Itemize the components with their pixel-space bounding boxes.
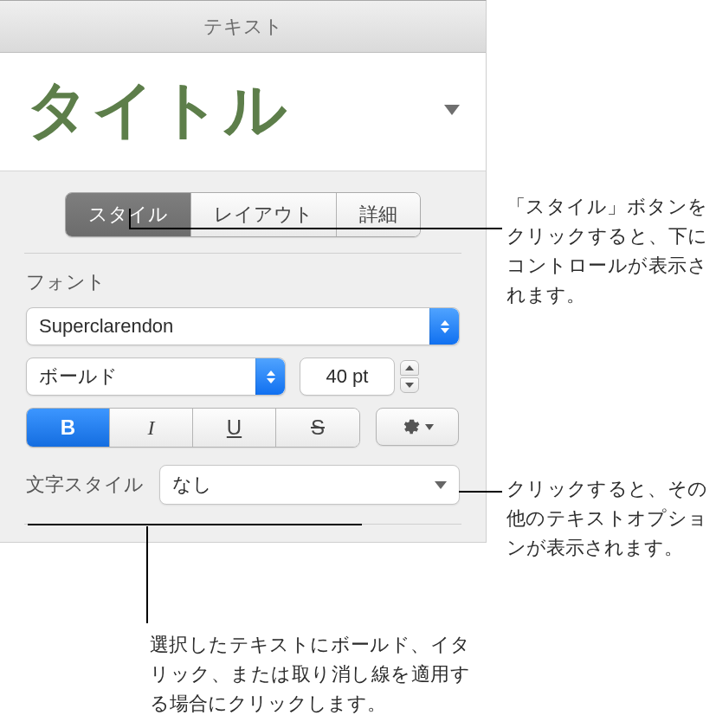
bold-button[interactable]: B [27,409,110,447]
text-subtab-segmented: スタイル レイアウト 詳細 [65,192,421,237]
format-inspector-panel: テキスト タイトル スタイル レイアウト 詳細 フォント Superclaren… [0,0,487,543]
font-weight-value: ボールド [39,364,118,390]
character-style-value: なし [172,472,212,498]
font-family-value: Superclarendon [39,315,173,338]
paragraph-style-name: タイトル [26,68,289,151]
chevron-down-icon [444,105,460,115]
font-size-stepper [400,360,419,393]
callout-bius-group: 選択したテキストにボールド、イタリック、または取り消し線を適用する場合にクリック… [150,630,470,718]
font-family-popup[interactable]: Superclarendon [26,307,460,345]
chevron-down-icon [435,481,447,489]
tab-style[interactable]: スタイル [66,193,191,236]
underline-button[interactable]: U [193,409,276,447]
chevron-down-icon [425,424,434,430]
callout-gear-button: クリックすると、その他のテキストオプションが表示されます。 [506,474,707,563]
stepper-updown-icon [255,358,285,395]
font-size-field[interactable]: 40 pt [300,358,395,396]
tab-layout-label: レイアウト [214,203,313,225]
character-style-label: 文字スタイル [26,472,144,498]
gear-icon [401,417,420,436]
strikethrough-button[interactable]: S [276,409,359,447]
tab-style-label: スタイル [88,203,168,225]
inspector-tab-label: テキスト [203,14,283,40]
text-advanced-options-button[interactable] [376,408,459,446]
text-style-toggle-group: B I U S [26,408,360,448]
underline-glyph: U [227,416,242,440]
strikethrough-glyph: S [311,416,325,440]
italic-button[interactable]: I [110,409,193,447]
inspector-tab-text[interactable]: テキスト [0,1,486,53]
font-size-decrease[interactable] [400,377,419,393]
callout-style-button: 「スタイル」ボタンをクリックすると、下にコントロールが表示されます。 [506,192,707,310]
tab-layout[interactable]: レイアウト [191,193,337,236]
character-style-popup[interactable]: なし [159,465,460,505]
stepper-updown-icon [429,308,459,345]
tab-advanced[interactable]: 詳細 [337,193,420,236]
italic-glyph: I [148,416,155,440]
font-size-value: 40 pt [326,365,369,388]
paragraph-style-popup[interactable]: タイトル [0,53,486,171]
font-weight-popup[interactable]: ボールド [26,358,286,396]
tab-advanced-label: 詳細 [359,203,397,225]
font-size-increase[interactable] [400,360,419,376]
font-section-label: フォント [0,269,486,307]
bold-glyph: B [61,416,75,440]
